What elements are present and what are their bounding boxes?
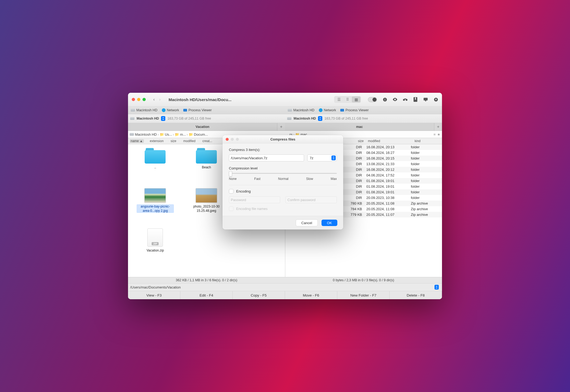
file-item[interactable]: .. bbox=[130, 146, 181, 187]
fav-process-viewer[interactable]: Process Viewer bbox=[183, 108, 212, 112]
volume-popup-icon[interactable] bbox=[318, 116, 322, 121]
fav-macintosh-hd[interactable]: Macintosh HD bbox=[131, 108, 158, 112]
cell-kind: Zip archive bbox=[409, 213, 440, 217]
path-popup[interactable] bbox=[235, 283, 442, 291]
cell-kind: folder bbox=[409, 190, 440, 194]
path-display[interactable]: /Users/mac/Documents/Vacation bbox=[128, 283, 235, 291]
col-created[interactable]: creat... bbox=[201, 139, 213, 143]
close-icon[interactable] bbox=[132, 98, 135, 101]
download-icon[interactable] bbox=[433, 97, 438, 102]
crumb[interactable]: Macintosh HD bbox=[135, 132, 157, 136]
folder-icon bbox=[196, 148, 217, 164]
tab-vacation[interactable]: Vacation bbox=[128, 123, 277, 131]
cell-modified: 16.08.2024, 20:15 bbox=[364, 156, 409, 160]
encoding-checkbox[interactable]: Encoding bbox=[229, 189, 337, 194]
volume-left[interactable]: Macintosh HD 163,73 GB of 245,11 GB free bbox=[128, 114, 285, 123]
fn-button[interactable]: Move - F6 bbox=[285, 291, 337, 299]
volume-name: Macintosh HD bbox=[137, 117, 159, 120]
compression-slider[interactable]: NoneFastNormalSlowMax bbox=[229, 173, 337, 181]
fav-network[interactable]: Network bbox=[319, 108, 336, 112]
info-icon[interactable] bbox=[382, 97, 387, 102]
list-view-icon[interactable]: ☰ bbox=[335, 97, 343, 102]
items-label: Compress 3 item(s): bbox=[229, 148, 337, 152]
binoculars-icon[interactable] bbox=[403, 97, 408, 102]
volume-popup-icon[interactable] bbox=[161, 116, 165, 121]
hd-icon bbox=[130, 133, 134, 136]
col-size[interactable]: size bbox=[340, 139, 365, 143]
col-name[interactable]: name ▲ bbox=[130, 139, 144, 143]
cell-kind: folder bbox=[409, 184, 440, 188]
zip-icon bbox=[147, 228, 163, 247]
cell-modified: 16.08.2024, 20:13 bbox=[364, 145, 409, 149]
column-view-icon[interactable]: ⠿ bbox=[343, 97, 352, 102]
network-share-icon[interactable] bbox=[423, 97, 428, 102]
crumb[interactable]: Docum... bbox=[194, 132, 208, 136]
new-tab-button[interactable]: + bbox=[434, 123, 442, 131]
new-tab-button[interactable]: + bbox=[277, 123, 285, 131]
status-bar: 362 KB / 1,1 MB in 3 / 6 file(s). 0 / 2 … bbox=[128, 277, 442, 283]
cell-kind: Zip archive bbox=[409, 201, 440, 205]
cell-kind: Zip archive bbox=[409, 207, 440, 211]
ok-button[interactable]: OK bbox=[321, 220, 337, 226]
fav-network[interactable]: Network bbox=[162, 108, 179, 112]
file-item[interactable]: angourie-bay-picnic-area-0...opy 2.jpg bbox=[130, 187, 181, 227]
dialog-title: Compress files bbox=[222, 137, 343, 141]
cell-modified: 16.08.2024, 20:12 bbox=[364, 168, 409, 172]
confirm-password-field[interactable]: Confirm password bbox=[286, 196, 337, 203]
col-modified[interactable]: modified bbox=[182, 139, 196, 143]
view-mode-segment[interactable]: ☰ ⠿ ▦ bbox=[334, 96, 361, 103]
cell-modified: 20.05.2024, 11:08 bbox=[364, 201, 409, 205]
status-right: 0 bytes / 2,3 MB in 0 / 3 file(s). 0 / 9… bbox=[285, 277, 442, 283]
cell-kind: folder bbox=[409, 156, 440, 160]
favorites-left: Macintosh HD Network Process Viewer bbox=[128, 106, 285, 114]
fav-process-viewer[interactable]: Process Viewer bbox=[340, 108, 369, 112]
cell-modified: 08.04.2024, 16:27 bbox=[364, 151, 409, 155]
zoom-icon[interactable] bbox=[142, 98, 146, 101]
fn-button[interactable]: New Folder - F7 bbox=[337, 291, 390, 299]
cell-kind: folder bbox=[409, 151, 440, 155]
crumb[interactable]: Us... bbox=[165, 132, 172, 136]
format-select[interactable]: 7z bbox=[307, 154, 337, 161]
toolbar: ☰ ⠿ ▦ bbox=[334, 96, 438, 103]
cell-kind: folder bbox=[409, 162, 440, 166]
col-extension[interactable]: extension bbox=[149, 139, 165, 143]
svg-rect-5 bbox=[404, 99, 406, 99]
archive-icon[interactable] bbox=[413, 97, 418, 102]
file-item[interactable]: Vacation.zip bbox=[130, 227, 181, 267]
quicklook-icon[interactable] bbox=[393, 97, 397, 102]
hd-icon bbox=[287, 117, 291, 120]
volume-right[interactable]: Macintosh HD 163,73 GB of 245,11 GB free bbox=[285, 114, 442, 123]
file-name: Beach bbox=[202, 165, 211, 169]
image-thumbnail bbox=[144, 188, 166, 203]
col-size[interactable]: size bbox=[170, 139, 177, 143]
fn-button[interactable]: Edit - F4 bbox=[180, 291, 233, 299]
grid-view-icon[interactable]: ▦ bbox=[352, 97, 360, 102]
crumb[interactable]: m... bbox=[180, 132, 186, 136]
file-name: photo_2023-10-30 15.25.48.jpeg bbox=[188, 204, 225, 213]
list-toggle-icon[interactable]: ≡ bbox=[433, 132, 436, 136]
col-modified[interactable]: modified bbox=[367, 139, 411, 143]
tab-mac[interactable]: mac bbox=[285, 123, 434, 131]
compress-dialog: Compress files Compress 3 item(s): /User… bbox=[222, 135, 343, 230]
dark-mode-toggle[interactable] bbox=[368, 97, 377, 102]
password-field[interactable]: Password bbox=[229, 196, 280, 203]
volume-name: Macintosh HD bbox=[294, 117, 316, 120]
file-name: Vacation.zip bbox=[147, 248, 164, 253]
output-path-field[interactable]: /Users/mac/Vacation.7z bbox=[229, 154, 304, 161]
col-kind[interactable]: kind bbox=[414, 139, 442, 143]
fn-button[interactable]: Delete - F8 bbox=[390, 291, 442, 299]
svg-point-2 bbox=[385, 98, 385, 99]
fav-macintosh-hd[interactable]: Macintosh HD bbox=[288, 108, 315, 112]
traffic-lights bbox=[132, 98, 146, 101]
titlebar: ‹ › Macintosh HD/Users/mac/Docu... ☰ ⠿ ▦ bbox=[128, 93, 442, 106]
path-popup-icon[interactable] bbox=[434, 285, 439, 290]
cancel-button[interactable]: Cancel bbox=[296, 219, 318, 226]
back-button[interactable]: ‹ bbox=[153, 97, 155, 102]
cell-kind: folder bbox=[409, 173, 440, 177]
minimize-icon[interactable] bbox=[137, 98, 140, 101]
forward-button[interactable]: › bbox=[159, 97, 161, 102]
fn-button[interactable]: View - F3 bbox=[128, 291, 180, 299]
favorite-icon[interactable]: ★ bbox=[437, 132, 440, 136]
slider-tick-label: None bbox=[229, 177, 237, 181]
fn-button[interactable]: Copy - F5 bbox=[233, 291, 285, 299]
